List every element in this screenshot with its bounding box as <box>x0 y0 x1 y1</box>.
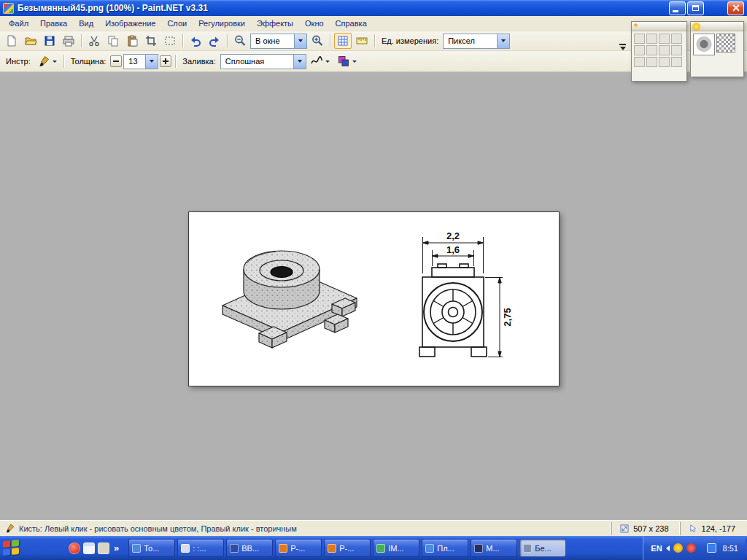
task-button[interactable]: М... <box>471 539 517 557</box>
menu-adjustments[interactable]: Регулировки <box>193 17 251 30</box>
dither-thumbnail[interactable] <box>716 34 735 52</box>
start-button[interactable] <box>2 538 21 558</box>
new-file-button[interactable] <box>3 33 20 49</box>
open-file-button[interactable] <box>22 33 39 49</box>
width-increase-button[interactable] <box>160 55 171 67</box>
tool-button[interactable] <box>634 34 645 44</box>
task-button[interactable]: То... <box>128 539 175 557</box>
task-label: То... <box>144 544 159 553</box>
toolbar-separator <box>227 34 228 47</box>
grid-icon <box>336 34 349 47</box>
maximize-button[interactable] <box>687 1 704 15</box>
chevron-down-icon[interactable] <box>293 55 306 69</box>
save-button[interactable] <box>41 33 58 49</box>
task-label: Бе... <box>535 544 551 553</box>
titlebar: Безымянный45.png (100%) - Paint.NET v3.3… <box>0 0 747 16</box>
undo-button[interactable] <box>187 33 204 49</box>
color-swatch-button[interactable] <box>334 53 360 69</box>
paste-button[interactable] <box>123 33 141 49</box>
tools-panel-titlebar[interactable]: * <box>632 22 686 31</box>
tray-app-icon[interactable] <box>673 543 683 553</box>
dimension-label-outer-width: 2,2 <box>446 230 460 241</box>
workspace[interactable]: 2,2 1,6 2,75 <box>0 72 747 520</box>
tool-button[interactable] <box>671 34 682 44</box>
tool-button[interactable] <box>671 45 682 55</box>
menu-view[interactable]: Вид <box>73 17 99 30</box>
task-button[interactable]: : :... <box>177 539 224 557</box>
copy-button[interactable] <box>104 33 122 49</box>
tool-button[interactable] <box>659 57 670 67</box>
line-style-button[interactable] <box>308 53 333 69</box>
width-combo[interactable]: 13 <box>123 54 158 69</box>
toolbar-overflow-button[interactable] <box>617 40 628 53</box>
minus-icon <box>113 61 119 62</box>
task-button[interactable]: Р-... <box>324 539 371 557</box>
chevron-down-icon[interactable] <box>294 34 306 48</box>
task-button[interactable]: Р-... <box>275 539 322 557</box>
quick-launch-keyboard-icon[interactable] <box>98 542 109 554</box>
tool-chooser-button[interactable] <box>35 53 60 69</box>
redo-icon <box>208 34 221 47</box>
task-buttons: То... : :... ВВ... Р-... Р-... IM... Пл.… <box>128 539 566 557</box>
windows-flag-icon <box>3 540 10 548</box>
toolbar-separator <box>63 55 64 68</box>
windows-flag-icon <box>12 539 19 546</box>
canvas-image[interactable]: 2,2 1,6 2,75 <box>189 212 559 386</box>
menu-image[interactable]: Изображение <box>99 17 161 30</box>
quick-launch-app-icon[interactable] <box>69 542 80 554</box>
tool-button[interactable] <box>659 34 670 44</box>
tool-button[interactable] <box>646 57 657 67</box>
tool-button[interactable] <box>646 45 657 55</box>
image-canvas[interactable]: 2,2 1,6 2,75 <box>188 211 560 386</box>
tools-panel[interactable]: * <box>631 21 687 82</box>
tray-app-icon[interactable] <box>686 543 696 553</box>
clock[interactable]: 8:51 <box>723 544 738 553</box>
grid-toggle-button[interactable] <box>334 33 352 49</box>
menu-file[interactable]: Файл <box>3 17 34 30</box>
task-button-active[interactable]: Бе... <box>519 539 566 557</box>
image-thumbnail[interactable] <box>693 34 715 55</box>
task-button[interactable]: IM... <box>373 539 419 557</box>
zoom-out-button[interactable] <box>231 33 249 49</box>
menu-edit[interactable]: Правка <box>34 17 73 30</box>
task-label: М... <box>486 544 499 553</box>
menu-layers[interactable]: Слои <box>161 17 193 30</box>
close-button[interactable] <box>727 1 744 15</box>
tool-button[interactable] <box>671 57 682 67</box>
minimize-button[interactable] <box>669 1 686 15</box>
quick-launch-overflow-chevron[interactable]: » <box>112 542 120 553</box>
menu-help[interactable]: Справка <box>330 17 373 30</box>
chevron-down-icon[interactable] <box>145 55 158 69</box>
quick-launch-document-icon[interactable] <box>83 542 95 554</box>
tool-button[interactable] <box>634 57 645 67</box>
history-panel-titlebar[interactable] <box>691 22 743 31</box>
task-button[interactable]: Пл... <box>422 539 468 557</box>
minimize-icon <box>673 10 678 12</box>
tray-network-icon[interactable] <box>707 543 716 553</box>
tool-button[interactable] <box>646 34 657 44</box>
crop-button[interactable] <box>142 33 160 49</box>
deselect-button[interactable] <box>161 33 179 49</box>
unit-combo[interactable]: Пиксел <box>443 34 510 49</box>
task-button[interactable]: ВВ... <box>226 539 273 557</box>
tool-button[interactable] <box>634 45 645 55</box>
ruler-toggle-button[interactable] <box>353 33 371 49</box>
redo-button[interactable] <box>206 33 223 49</box>
print-button[interactable] <box>60 33 77 49</box>
paintnet-app-icon <box>3 3 14 14</box>
magnifier-plus-icon <box>311 34 324 47</box>
chevron-down-icon[interactable] <box>497 34 509 48</box>
chevron-left-icon[interactable] <box>666 545 670 551</box>
ruler-icon <box>355 34 368 47</box>
status-hint-text: Кисть: Левый клик - рисовать основным цв… <box>19 524 297 533</box>
menu-effects[interactable]: Эффекты <box>251 17 299 30</box>
cut-button[interactable] <box>85 33 103 49</box>
zoom-in-button[interactable] <box>309 33 326 49</box>
menu-window[interactable]: Окно <box>299 17 330 30</box>
zoom-combo[interactable]: В окне <box>250 34 307 49</box>
tool-button[interactable] <box>659 45 670 55</box>
fill-style-combo[interactable]: Сплошная <box>220 54 306 69</box>
width-decrease-button[interactable] <box>110 55 122 67</box>
history-panel[interactable] <box>690 21 744 77</box>
language-indicator[interactable]: EN <box>651 544 662 553</box>
